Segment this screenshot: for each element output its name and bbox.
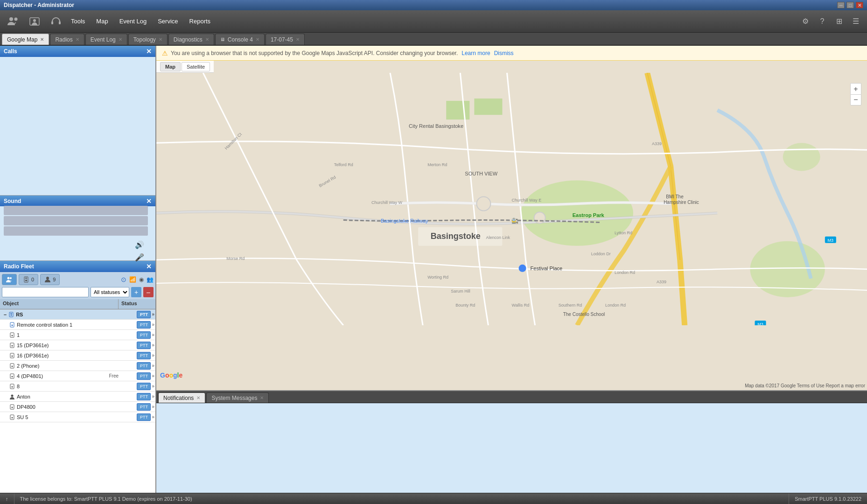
service-menu[interactable]: Service xyxy=(152,13,183,30)
table-row[interactable]: 2 (Phone) PTT » xyxy=(0,361,155,371)
expand-icon[interactable]: » xyxy=(152,363,154,368)
tab-close-event-log[interactable]: ✕ xyxy=(119,37,122,42)
tab-close-google-map[interactable]: ✕ xyxy=(40,37,44,42)
tab-event-log[interactable]: Event Log ✕ xyxy=(85,34,127,45)
radio-opt-2[interactable]: 📶 xyxy=(129,276,136,283)
svg-text:London Rd: London Rd xyxy=(605,303,626,308)
users-icon[interactable] xyxy=(4,13,22,30)
table-row[interactable]: 1 PTT » xyxy=(0,330,155,340)
table-row[interactable]: 16 (DP3661e) PTT » xyxy=(0,350,155,361)
tab-close-topology[interactable]: ✕ xyxy=(159,37,162,42)
volume-icon[interactable]: 🔊 xyxy=(135,240,144,249)
tab-console4[interactable]: 🖥 Console 4 ✕ xyxy=(215,34,265,45)
calls-close-button[interactable]: ✕ xyxy=(146,48,152,55)
headset-icon[interactable] xyxy=(47,13,65,30)
eventlog-menu[interactable]: Event Log xyxy=(114,13,153,30)
fleet-groups-button[interactable] xyxy=(2,274,17,285)
ptt-button[interactable]: PTT xyxy=(137,362,151,370)
expand-icon[interactable]: » xyxy=(152,312,154,317)
radio-opt-3[interactable]: ◉ xyxy=(139,276,144,283)
titlebar-title: Dispatcher - Administrator xyxy=(4,2,74,8)
expand-icon[interactable]: » xyxy=(152,322,154,327)
map-learn-more-link[interactable]: Learn more xyxy=(461,50,490,56)
ptt-button[interactable]: PTT xyxy=(137,331,151,339)
tab-label-google-map: Google Map xyxy=(7,36,37,43)
maximize-button[interactable]: □ xyxy=(846,2,854,8)
table-row[interactable]: Anton PTT » xyxy=(0,392,155,402)
radio-opt-1[interactable]: ⊙ xyxy=(121,276,126,283)
radio-fleet-title: Radio Fleet xyxy=(4,263,34,270)
expand-icon[interactable]: » xyxy=(152,404,154,409)
table-row[interactable]: 8 PTT » xyxy=(0,381,155,392)
user-group-icon[interactable] xyxy=(25,13,44,30)
ptt-button[interactable]: PTT xyxy=(137,413,151,421)
expand-icon[interactable]: » xyxy=(152,332,154,337)
tab-close-time[interactable]: ✕ xyxy=(296,37,300,42)
ptt-button[interactable]: PTT xyxy=(137,352,151,359)
ptt-button[interactable]: PTT xyxy=(137,342,151,349)
sound-rows xyxy=(0,203,152,238)
map-menu[interactable]: Map xyxy=(91,13,113,30)
ptt-button[interactable]: PTT xyxy=(137,321,151,329)
fleet-radios-button[interactable]: 0 xyxy=(19,274,38,285)
tab-topology[interactable]: Topology ✕ xyxy=(128,34,168,45)
close-button[interactable]: ✕ xyxy=(856,2,863,8)
table-row[interactable]: 4 (DP4801) Free PTT » xyxy=(0,371,155,381)
expand-icon[interactable]: » xyxy=(152,343,154,348)
svg-point-18 xyxy=(12,335,13,336)
collapse-icon[interactable]: – xyxy=(4,312,7,317)
tab-diagnostics[interactable]: Diagnostics ✕ xyxy=(168,34,214,45)
ptt-button[interactable]: PTT xyxy=(137,393,151,400)
ptt-button[interactable]: PTT xyxy=(137,403,151,411)
svg-text:Wallis Rd: Wallis Rd xyxy=(512,303,530,308)
svg-text:A339: A339 xyxy=(657,280,666,284)
tab-time[interactable]: 17-07-45 ✕ xyxy=(266,34,305,45)
bottom-tab-notifications[interactable]: Notifications ✕ xyxy=(158,392,205,403)
radio-fleet-close-button[interactable]: ✕ xyxy=(146,263,152,270)
microphone-icon[interactable]: 🎤 xyxy=(135,253,144,262)
expand-icon[interactable]: » xyxy=(152,394,154,399)
tab-radios[interactable]: Radios ✕ xyxy=(50,34,84,45)
help-icon[interactable]: ? xyxy=(815,14,830,29)
table-row[interactable]: Remote control station 1 PTT » xyxy=(0,320,155,330)
table-row[interactable]: 15 (DP3661e) PTT » xyxy=(0,340,155,350)
fleet-status-select[interactable]: All statuses xyxy=(91,287,129,297)
table-row[interactable]: SU 5 PTT » xyxy=(0,412,155,422)
bottom-tab-system-messages[interactable]: System Messages ✕ xyxy=(206,392,269,403)
fleet-row-name: 8 xyxy=(17,384,20,389)
tab-close-diagnostics[interactable]: ✕ xyxy=(205,37,209,42)
layout-icon[interactable]: ⊞ xyxy=(832,14,846,29)
expand-icon[interactable]: » xyxy=(152,353,154,358)
fleet-add-button[interactable]: + xyxy=(131,287,141,297)
bottom-tab-close-notifications[interactable]: ✕ xyxy=(196,395,200,400)
tab-google-map[interactable]: Google Map ✕ xyxy=(2,34,49,45)
expand-icon[interactable]: » xyxy=(152,384,154,389)
bottom-tab-close-system-messages[interactable]: ✕ xyxy=(260,395,264,400)
svg-rect-38 xyxy=(446,101,469,119)
tab-close-radios[interactable]: ✕ xyxy=(76,37,79,42)
zoom-out-button[interactable]: − xyxy=(850,94,861,105)
ptt-button[interactable]: PTT xyxy=(137,372,151,380)
ptt-button[interactable]: PTT xyxy=(137,311,151,318)
settings-icon[interactable]: ⚙ xyxy=(798,14,813,29)
table-row[interactable]: DP4800 PTT » xyxy=(0,402,155,412)
radio-opt-4[interactable]: 👥 xyxy=(147,276,154,283)
map-container[interactable]: ⚠ You are using a browser that is not su… xyxy=(156,46,867,390)
fleet-persons-button[interactable]: 9 xyxy=(40,274,60,285)
expand-icon[interactable]: » xyxy=(152,373,154,378)
tools-menu[interactable]: Tools xyxy=(65,13,91,30)
minimize-button[interactable]: ─ xyxy=(837,2,845,8)
tab-close-console4[interactable]: ✕ xyxy=(256,37,259,42)
table-row[interactable]: – RS PTT » xyxy=(0,309,155,320)
fleet-search-input[interactable] xyxy=(2,287,89,297)
zoom-in-button[interactable]: + xyxy=(850,83,861,94)
dock-icon[interactable]: ☰ xyxy=(848,14,863,29)
map-copyright: Map data ©2017 Google Terms of Use Repor… xyxy=(745,383,865,388)
fleet-remove-button[interactable]: – xyxy=(143,287,154,297)
ptt-button[interactable]: PTT xyxy=(137,383,151,390)
expand-icon[interactable]: » xyxy=(152,414,154,420)
map-dismiss-link[interactable]: Dismiss xyxy=(494,50,514,56)
map-type-satellite-button[interactable]: Satellite xyxy=(182,62,210,71)
map-type-map-button[interactable]: Map xyxy=(160,62,181,71)
reports-menu[interactable]: Reports xyxy=(184,13,217,30)
